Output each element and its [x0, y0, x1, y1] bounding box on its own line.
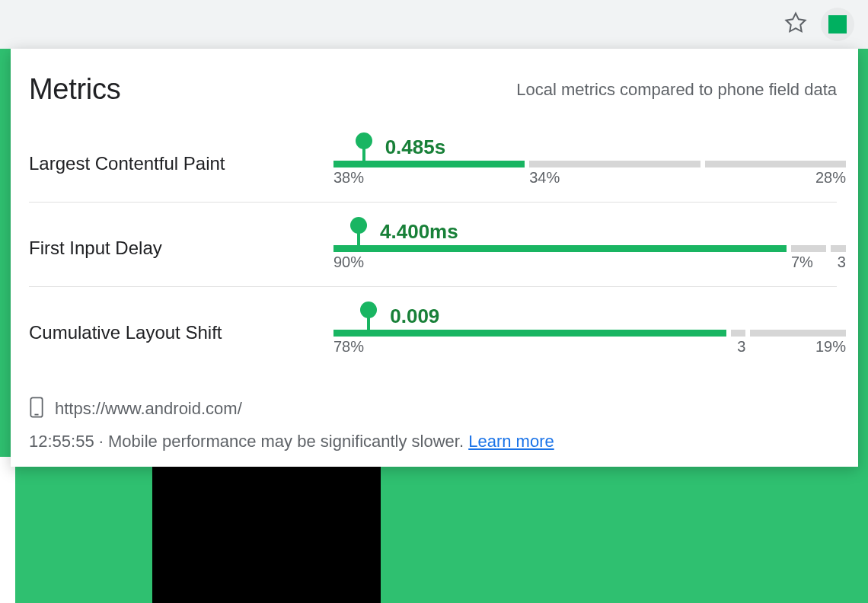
footer-note-text: Mobile performance may be significantly … — [108, 432, 468, 451]
metric-value: 4.400ms — [380, 220, 458, 244]
segment-label: 3 — [737, 338, 745, 356]
metric-row-2: Cumulative Layout Shift0.00978%319% — [29, 286, 837, 371]
browser-toolbar — [0, 0, 868, 49]
segment-label: 90% — [333, 254, 364, 271]
segment-poor: 3 — [831, 245, 846, 252]
svg-marker-0 — [787, 14, 806, 32]
segment-label: 38% — [333, 169, 364, 187]
distribution-bar: 78%319% — [333, 330, 837, 337]
metric-name: Cumulative Layout Shift — [29, 322, 333, 343]
metric-value: 0.009 — [390, 305, 439, 328]
learn-more-link[interactable]: Learn more — [468, 432, 554, 451]
extension-status-icon — [828, 15, 847, 34]
metric-visual: 0.00978%319% — [333, 330, 837, 337]
popup-subtitle: Local metrics compared to phone field da… — [516, 80, 837, 100]
segment-ni: 7% — [791, 245, 826, 252]
distribution-bar: 90%7%3 — [333, 245, 837, 252]
popup-title: Metrics — [29, 73, 120, 106]
segment-good: 90% — [333, 245, 787, 252]
footer-note-row: 12:55:55 · Mobile performance may be sig… — [29, 432, 837, 451]
segment-label: 7% — [791, 254, 813, 271]
extension-badge[interactable] — [821, 8, 854, 41]
marker-dot-icon — [356, 132, 372, 149]
segment-label: 78% — [333, 338, 364, 356]
popup-footer: https://www.android.com/ 12:55:55 · Mobi… — [29, 397, 837, 451]
segment-label: 19% — [815, 338, 846, 356]
segment-ni: 34% — [529, 161, 700, 168]
web-vitals-popup: Metrics Local metrics compared to phone … — [11, 49, 858, 467]
segment-good: 38% — [333, 161, 525, 168]
segment-label: 34% — [529, 169, 560, 187]
segment-poor: 19% — [750, 330, 846, 337]
metric-name: First Input Delay — [29, 238, 333, 259]
segment-poor: 28% — [705, 161, 846, 168]
footer-url: https://www.android.com/ — [55, 399, 242, 419]
bookmark-star-icon[interactable] — [784, 11, 807, 37]
metric-name: Largest Contentful Paint — [29, 153, 333, 174]
metric-value: 0.485s — [385, 136, 446, 159]
segment-ni: 3 — [731, 330, 746, 337]
segment-good: 78% — [333, 330, 726, 337]
popup-header: Metrics Local metrics compared to phone … — [29, 73, 837, 106]
segment-label: 28% — [815, 169, 846, 187]
marker-dot-icon — [350, 217, 367, 234]
distribution-bar: 38%34%28% — [333, 161, 837, 168]
segment-label: 3 — [838, 254, 846, 271]
footer-separator: · — [94, 432, 108, 451]
metric-row-1: First Input Delay4.400ms90%7%3 — [29, 202, 837, 286]
marker-dot-icon — [360, 302, 377, 318]
background-content — [0, 457, 868, 603]
metric-row-0: Largest Contentful Paint0.485s38%34%28% — [29, 145, 837, 202]
footer-timestamp: 12:55:55 — [29, 432, 94, 451]
phone-icon — [29, 397, 44, 421]
metrics-list: Largest Contentful Paint0.485s38%34%28%F… — [29, 145, 837, 371]
metric-visual: 4.400ms90%7%3 — [333, 245, 837, 252]
metric-visual: 0.485s38%34%28% — [333, 161, 837, 168]
